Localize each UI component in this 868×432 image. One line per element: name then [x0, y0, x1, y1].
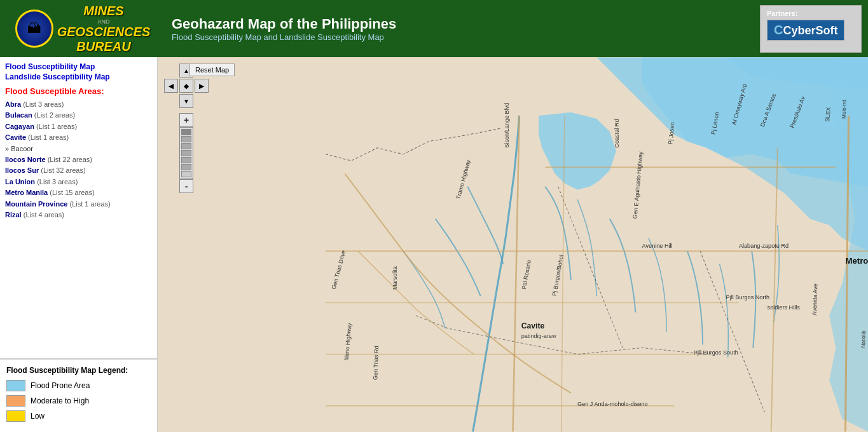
- svg-text:Avenida Ave: Avenida Ave: [811, 283, 819, 316]
- area-cagayan: Cagayan (List 1 areas): [5, 122, 152, 132]
- pan-center-button[interactable]: ◆: [179, 79, 193, 93]
- svg-text:Marsolita: Marsolita: [392, 266, 398, 290]
- svg-text:Metro Manila: Metro Manila: [845, 256, 868, 266]
- zoom-tick-7: [181, 171, 191, 177]
- legend-section: Flood Susceptibility Map Legend: Flood P…: [0, 358, 157, 432]
- map-svg: Sison/Lange Blvd Tramo Highway Pal Rosar…: [158, 57, 868, 432]
- legend-moderate-color: [6, 395, 25, 407]
- legend-title: Flood Susceptibility Map Legend:: [6, 366, 151, 375]
- reset-map-button[interactable]: Reset Map: [189, 64, 235, 76]
- legend-low: Low: [6, 410, 151, 422]
- zoom-tick-5: [181, 157, 191, 163]
- pan-left-button[interactable]: ◀: [164, 79, 178, 93]
- area-mountain-province: Mountain Province (List 1 areas): [5, 199, 152, 209]
- svg-text:soldiers Hills: soldiers Hills: [768, 304, 801, 311]
- area-rizal: Rizal (List 4 areas): [5, 210, 152, 220]
- zoom-tick-6: [181, 164, 191, 170]
- pan-right-button[interactable]: ▶: [195, 79, 209, 93]
- area-bacoor: » Bacoor: [5, 144, 152, 154]
- pan-down-row: ▼: [179, 94, 193, 108]
- pan-down-button[interactable]: ▼: [179, 94, 193, 108]
- svg-text:Pjll Burgos North: Pjll Burgos North: [726, 294, 769, 300]
- legend-flood: Flood Prone Area: [6, 380, 151, 391]
- landslide-map-link[interactable]: Landslide Susceptibility Map: [5, 72, 152, 81]
- svg-text:Alabang-zapote Rd: Alabang-zapote Rd: [739, 243, 789, 249]
- svg-text:Sison/Lange Blvd: Sison/Lange Blvd: [504, 103, 510, 148]
- cybersoft-sub: Integrated Geoinformatics, Inc.: [767, 42, 855, 48]
- legend-low-label: Low: [31, 412, 45, 421]
- zoom-scale: [179, 127, 193, 179]
- area-ilocos-norte: Ilocos Norte (List 22 areas): [5, 155, 152, 165]
- map-controls: ▲ ◀ ◆ ▶ ▼ +: [164, 64, 209, 193]
- legend-flood-color: [6, 380, 25, 391]
- area-metro-manila: Metro Manila (List 15 areas): [5, 188, 152, 198]
- svg-text:SLEX: SLEX: [824, 107, 832, 122]
- flood-susceptible-title: Flood Susceptible Areas:: [5, 86, 152, 96]
- sidebar-scroll-area[interactable]: Flood Susceptibility Map Landslide Susce…: [0, 57, 157, 358]
- cybersoft-logo: CCyberSoft: [767, 20, 844, 41]
- svg-text:patindig-araw: patindig-araw: [521, 333, 556, 339]
- area-cavite: Cavite (List 1 areas): [5, 133, 152, 142]
- zoom-controls: + -: [179, 113, 193, 193]
- pan-lr-row: ◀ ◆ ▶: [164, 79, 209, 93]
- legend-moderate: Moderate to High: [6, 395, 151, 407]
- zoom-out-button[interactable]: -: [179, 179, 193, 193]
- area-ilocos-sur: Ilocos Sur (List 32 areas): [5, 166, 152, 175]
- svg-text:Gen Trias Rd: Gen Trias Rd: [372, 346, 380, 380]
- svg-text:Coastal Rd: Coastal Rd: [614, 119, 620, 148]
- zoom-tick-4: [181, 150, 191, 156]
- main-layout: Flood Susceptibility Map Landslide Susce…: [0, 57, 868, 432]
- legend-flood-label: Flood Prone Area: [31, 381, 90, 390]
- map-container[interactable]: ▲ ◀ ◆ ▶ ▼ +: [158, 57, 868, 432]
- svg-text:Pjll Burgos South: Pjll Burgos South: [694, 349, 738, 356]
- zoom-tick-2: [181, 136, 191, 142]
- zoom-tick-1: [181, 129, 191, 135]
- logo-area: 🏔 MINES AND GEOSCIENCES BUREAU: [6, 0, 159, 57]
- page-title: Geohazard Map of the Philippines: [172, 16, 760, 32]
- svg-text:Cavite: Cavite: [521, 321, 545, 330]
- partners-section: Partners: CCyberSoft Integrated Geoinfor…: [760, 5, 862, 53]
- header-title: Geohazard Map of the Philippines Flood S…: [159, 16, 760, 42]
- svg-text:Avenine Hill: Avenine Hill: [642, 243, 673, 249]
- partners-label: Partners:: [767, 10, 855, 17]
- header: 🏔 MINES AND GEOSCIENCES BUREAU Geohazard…: [0, 0, 868, 57]
- svg-text:Melo-trd: Melo-trd: [841, 100, 847, 119]
- area-bulacan: Bulacan (List 2 areas): [5, 111, 152, 120]
- legend-moderate-label: Moderate to High: [31, 396, 89, 405]
- svg-text:Natiolib: Natiolib: [860, 330, 867, 348]
- area-abra: Abra (List 3 areas): [5, 100, 152, 109]
- flood-map-link[interactable]: Flood Susceptibility Map: [5, 62, 152, 71]
- legend-low-color: [6, 410, 25, 422]
- page-subtitle: Flood Susceptibility Map and Landslide S…: [172, 32, 760, 42]
- zoom-in-button[interactable]: +: [179, 113, 193, 127]
- cybersoft-name: CyberSoft: [783, 24, 837, 37]
- sidebar: Flood Susceptibility Map Landslide Susce…: [0, 57, 158, 432]
- area-la-union: La Union (List 3 areas): [5, 177, 152, 187]
- svg-text:Gen J Anda-moholo-diseno: Gen J Anda-moholo-diseno: [577, 401, 648, 407]
- zoom-tick-3: [181, 143, 191, 149]
